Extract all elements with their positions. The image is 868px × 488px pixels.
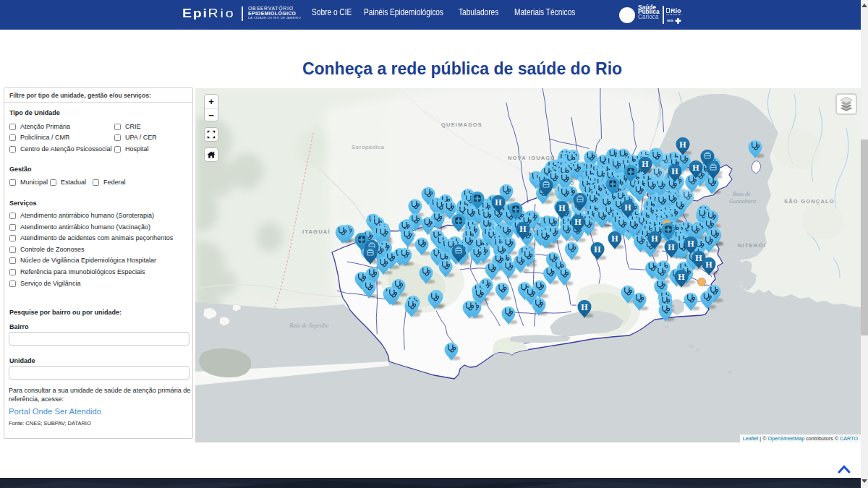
svg-text:Baía de: Baía de — [733, 191, 751, 197]
svg-text:NOVA IGUAÇU: NOVA IGUAÇU — [508, 155, 556, 161]
svg-text:Guanabara: Guanabara — [729, 198, 756, 205]
svg-text:SÃO GONÇALO: SÃO GONÇALO — [784, 198, 835, 205]
svg-text:Seropédica: Seropédica — [352, 144, 385, 150]
svg-text:SUS: SUS — [667, 19, 673, 22]
svg-text:QUEIMADOS: QUEIMADOS — [441, 121, 482, 128]
svg-text:Rio: Rio — [671, 7, 681, 14]
svg-text:Baía de Sepetiba: Baía de Sepetiba — [289, 322, 328, 329]
svg-text:ITAGUAÍ: ITAGUAÍ — [302, 228, 331, 235]
svg-text:NITERÓI: NITERÓI — [738, 242, 766, 249]
